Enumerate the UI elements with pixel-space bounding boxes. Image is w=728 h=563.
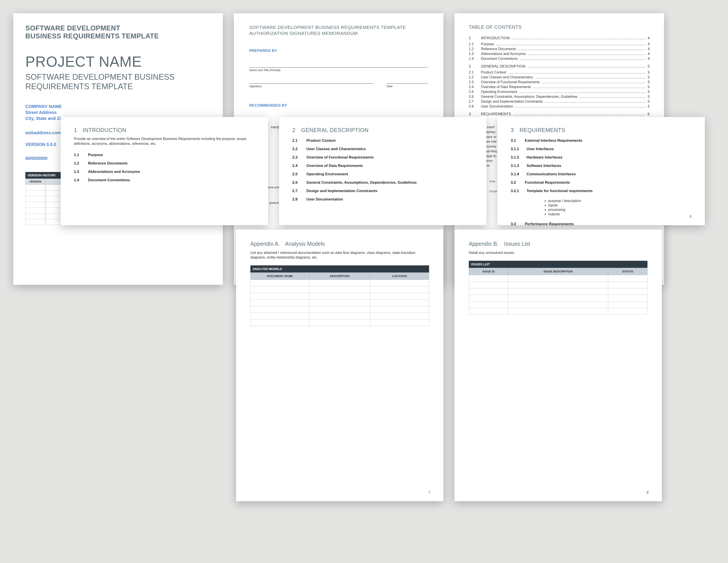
cover-header-l2: BUSINESS REQUIREMENTS TEMPLATE [25, 32, 159, 40]
toc-row: 2.2User Classes and Characteristics5 [469, 75, 650, 80]
section-item: 2.5Operating Environment [292, 170, 473, 178]
toc-row: 1.1Purpose4 [469, 42, 650, 47]
signature-caption: Signature [249, 85, 373, 88]
appB-header-row: ISSUE ID ISSUE DESCRIPTION STATUS [469, 268, 647, 275]
appB-table-title: ISSUES LIST [469, 261, 647, 268]
toc-body: 1INTRODUCTION41.1Purpose41.2Reference Do… [469, 36, 650, 117]
project-title: PROJECT NAME [25, 53, 211, 70]
appA-col1: DOCUMENT NAME [251, 272, 310, 279]
appA-header-row: DOCUMENT NAME DESCRIPTION LOCATION [251, 272, 429, 279]
section-item: 2.1Product Context [292, 136, 473, 145]
section-item: 3.1.1User Interfaces [511, 145, 692, 153]
appB-table: ISSUE ID ISSUE DESCRIPTION STATUS [469, 268, 647, 315]
section-item: 3.1.4Communications Interfaces [511, 170, 692, 178]
page-number-7: 7 [428, 491, 430, 495]
req-items: 3.1External Interface Requirements3.1.1U… [511, 136, 692, 195]
req-page: 3REQUIREMENTS 3.1External Interface Requ… [497, 117, 705, 225]
appA-col2: DESCRIPTION [309, 272, 370, 279]
req-bullet: purpose / description [548, 199, 692, 203]
section-item: 3.1.2Hardware Interfaces [511, 153, 692, 162]
section-item: 1.3Abbreviations and Acronyms [74, 167, 255, 176]
toc-row: 2.7Design and Implementation Constraints… [469, 99, 650, 104]
gen-heading: 2GENERAL DESCRIPTION [292, 127, 473, 133]
section-item: 2.2User Classes and Characteristics [292, 145, 473, 153]
req-bullet: processing [548, 207, 692, 212]
section-item: 3.2.1Template for functional requirement… [511, 187, 692, 195]
intro-desc: Provide an overview of the entire Softwa… [74, 136, 255, 146]
peek-req-lines: l Interf nterfac ware In are Inte munica… [485, 125, 497, 168]
req-last: 3.3 Performance Requirements [511, 220, 692, 228]
sig-line [249, 67, 428, 68]
section-item: 1.4Document Conventions [74, 176, 255, 184]
toc-row: 2.4Overview of Data Requirements5 [469, 85, 650, 89]
peek-sig-a: inted) [268, 125, 279, 130]
cover-header: SOFTWARE DEVELOPMENT BUSINESS REQUIREMEN… [25, 24, 211, 40]
section-item: 2.4Overview of Data Requirements [292, 162, 473, 170]
section-item: 3.1External Interface Requirements [511, 136, 692, 145]
intro-num: 1 [74, 127, 83, 133]
appB-col1: ISSUE ID [469, 268, 508, 275]
appendix-b-page: Appendix B. Issues List Detail any unres… [454, 229, 662, 501]
sig-sign-date: Signature Date [249, 83, 428, 88]
name-title-caption: Name and Title (Printed) [249, 68, 428, 72]
toc-row: 1.4Document Conventions4 [469, 56, 650, 61]
section-item: 1.1Purpose [74, 151, 255, 159]
sign-l2: AUTHORIZATION SIGNATURES MEMORANDUM [249, 31, 358, 36]
req-title: REQUIREMENTS [520, 127, 565, 133]
appA-heading: Appendix A. Analysis Models [250, 241, 429, 247]
section-item: 3.2Functional Requirements [511, 178, 692, 187]
appA-col3: LOCATION [370, 272, 429, 279]
sign-l1: SOFTWARE DEVELOPMENT BUSINESS REQUIREMEN… [249, 25, 406, 30]
appB-heading: Appendix B. Issues List [469, 241, 647, 247]
company-name: COMPANY NAME [25, 103, 211, 109]
appA-desc: List any attached / referenced documenta… [250, 250, 429, 260]
section-item: 1.2Reference Documents [74, 159, 255, 167]
cover-subtitle: SOFTWARE DEVELOPMENT BUSINESS REQUIREMEN… [25, 72, 211, 91]
subtitle-l2: REQUIREMENTS TEMPLATE [25, 82, 133, 91]
general-page: 2GENERAL DESCRIPTION 2.1Product Context2… [279, 117, 486, 225]
toc-row: 2.5Operating Environment5 [469, 89, 650, 94]
appendix-a-page: Appendix A. Analysis Models List any att… [236, 229, 443, 501]
prepared-by-label: PREPARED BY [249, 49, 428, 53]
req-heading: 3REQUIREMENTS [511, 127, 692, 133]
subtitle-l1: SOFTWARE DEVELOPMENT BUSINESS [25, 72, 174, 81]
toc-row: 2.1Product Context5 [469, 70, 650, 75]
page-number-6: 6 [690, 214, 692, 218]
intro-page: 1INTRODUCTION Provide an overview of the… [61, 117, 268, 225]
intro-title: INTRODUCTION [83, 127, 126, 133]
toc-row: 2.8User Documentation5 [469, 104, 650, 109]
toc-row: 2.3Overview of Functional Requirements5 [469, 80, 650, 85]
gen-title: GENERAL DESCRIPTION [301, 127, 369, 133]
intro-items: 1.1Purpose1.2Reference Documents1.3Abbre… [74, 151, 255, 184]
recommended-by-label: RECOMMENDED BY [249, 103, 428, 108]
peek-ana: Ana [489, 179, 495, 184]
peek-iss: Issue [489, 189, 497, 194]
section-item: 2.3Overview of Functional Requirements [292, 153, 473, 162]
appB-col2: ISSUE DESCRIPTION [508, 268, 608, 275]
req-bullet: inputs [548, 203, 692, 207]
cover-header-l1: SOFTWARE DEVELOPMENT [25, 24, 120, 32]
section-item: 3.1.3Software Interfaces [511, 162, 692, 170]
sign-title: SOFTWARE DEVELOPMENT BUSINESS REQUIREMEN… [249, 24, 428, 36]
req-last-n: 3.3 [511, 222, 525, 226]
date-caption: Date [387, 85, 428, 88]
appA-table-title: ANALYSIS MODELS [250, 265, 429, 272]
toc-row: 1.2Reference Documents4 [469, 47, 650, 51]
req-bullets: purpose / descriptioninputsprocessingout… [539, 199, 692, 216]
appA-table: DOCUMENT NAME DESCRIPTION LOCATION [250, 272, 429, 326]
toc-row: 1INTRODUCTION4 [469, 36, 650, 41]
page-number-8: 8 [647, 491, 649, 495]
sig-name-block: Name and Title (Printed) [249, 67, 428, 72]
intro-heading: 1INTRODUCTION [74, 127, 255, 133]
section-item: 2.8User Documentation [292, 195, 473, 203]
req-bullet: outputs [548, 212, 692, 216]
section-item: 2.6General Constraints, Assumptions, Dep… [292, 178, 473, 187]
toc-row: 1.3Abbreviations and Acronyms4 [469, 51, 650, 56]
req-last-t: Performance Requirements [525, 222, 574, 226]
gen-num: 2 [292, 127, 301, 133]
appB-col3: STATUS [608, 268, 647, 275]
toc-row: 2.6General Constraints, Assumptions, Dep… [469, 94, 650, 99]
gen-items: 2.1Product Context2.2User Classes and Ch… [292, 136, 473, 203]
appB-desc: Detail any unresolved issues. [469, 250, 647, 255]
section-item: 2.7Design and Implementation Constraints [292, 187, 473, 195]
